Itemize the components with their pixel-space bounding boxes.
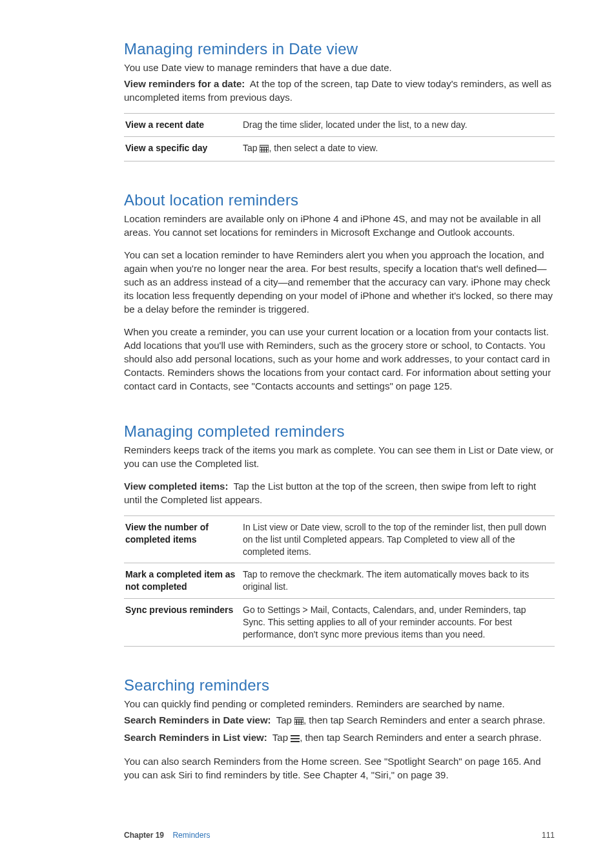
table-cell-right: Drag the time slider, located under the …	[241, 114, 555, 137]
paragraph: Reminders keeps track of the items you m…	[124, 443, 555, 470]
footer-page-number: 111	[542, 831, 555, 840]
heading-about-location: About location reminders	[124, 191, 555, 209]
text-pre: Tap	[243, 143, 260, 153]
calendar-icon	[260, 143, 269, 156]
text-pre: Tap	[272, 732, 291, 743]
table-cell-right: Tap , then select a date to view.	[241, 136, 555, 161]
paragraph: View reminders for a date: At the top of…	[124, 77, 555, 104]
inline-label: Search Reminders in Date view:	[124, 714, 271, 725]
page: Managing reminders in Date view You use …	[0, 0, 616, 863]
paragraph: You use Date view to manage reminders th…	[124, 61, 555, 74]
text-post: , then tap Search Reminders and enter a …	[300, 732, 541, 743]
table-cell-left: View the number of completed items	[124, 515, 241, 563]
heading-managing-completed: Managing completed reminders	[124, 422, 555, 441]
paragraph: When you create a reminder, you can use …	[124, 325, 555, 393]
footer-chapter: Chapter 19	[124, 831, 164, 840]
table-cell-right: In List view or Date view, scroll to the…	[241, 515, 555, 563]
table-cell-left: Sync previous reminders	[124, 599, 241, 647]
paragraph: Search Reminders in List view: Tap , the…	[124, 731, 555, 745]
text-post: , then select a date to view.	[269, 143, 378, 153]
table-cell-right: Tap to remove the checkmark. The item au…	[241, 563, 555, 599]
text-pre: Tap	[276, 714, 294, 725]
table-completed: View the number of completed items In Li…	[124, 515, 555, 647]
footer-title: Reminders	[172, 831, 210, 840]
heading-searching: Searching reminders	[124, 676, 555, 694]
heading-managing-date-view: Managing reminders in Date view	[124, 40, 555, 58]
text-post: , then tap Search Reminders and enter a …	[303, 714, 545, 725]
table-cell-left: View a specific day	[124, 136, 241, 161]
paragraph: You can also search Reminders from the H…	[124, 754, 555, 782]
page-footer: Chapter 19 Reminders 111	[124, 831, 555, 840]
table-cell-left: Mark a completed item as not completed	[124, 563, 241, 599]
paragraph: You can quickly find pending or complete…	[124, 697, 555, 711]
paragraph: View completed items: Tap the List butto…	[124, 479, 555, 506]
table-cell-right: Go to Settings > Mail, Contacts, Calenda…	[241, 599, 555, 647]
list-icon	[291, 732, 300, 745]
inline-label: View completed items:	[124, 481, 228, 492]
inline-label: View reminders for a date:	[124, 78, 245, 89]
table-row: Mark a completed item as not completed T…	[124, 563, 555, 599]
table-row: View the number of completed items In Li…	[124, 515, 555, 563]
calendar-icon	[294, 714, 303, 728]
table-row: View a recent date Drag the time slider,…	[124, 114, 555, 137]
table-row: Sync previous reminders Go to Settings >…	[124, 599, 555, 647]
inline-label: Search Reminders in List view:	[124, 732, 267, 743]
table-date-view: View a recent date Drag the time slider,…	[124, 113, 555, 161]
table-row: View a specific day Tap , then select a …	[124, 136, 555, 161]
table-cell-left: View a recent date	[124, 114, 241, 137]
footer-left: Chapter 19 Reminders	[124, 831, 210, 840]
paragraph: Search Reminders in Date view: Tap , the…	[124, 713, 555, 728]
paragraph: You can set a location reminder to have …	[124, 248, 555, 316]
paragraph: Location reminders are available only on…	[124, 212, 555, 239]
